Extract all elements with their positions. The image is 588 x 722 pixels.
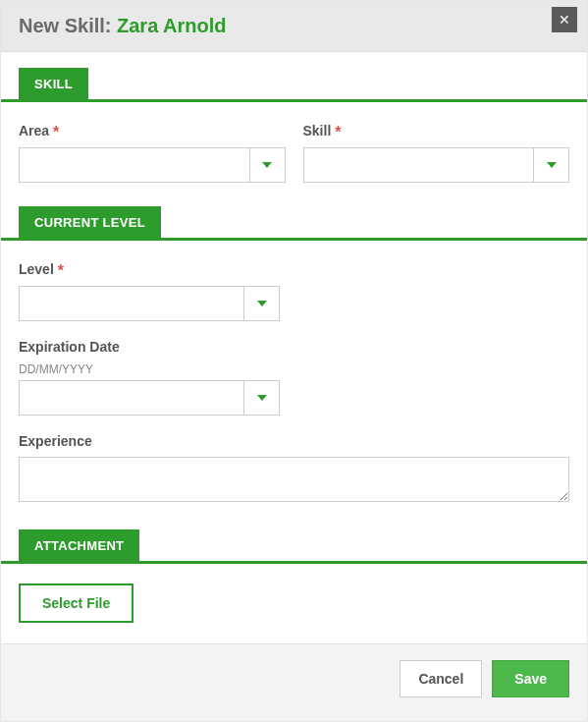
save-button[interactable]: Save [492,660,569,697]
required-marker: * [58,262,64,279]
chevron-down-icon [257,395,267,401]
section-tab-current-level: CURRENT LEVEL [19,206,161,239]
new-skill-modal: New Skill: Zara Arnold ✕ SKILL Area * [0,0,588,722]
required-marker: * [53,124,59,140]
chevron-down-icon [257,301,267,306]
section-tab-skill: SKILL [19,68,88,100]
modal-title: New Skill: Zara Arnold [19,15,227,36]
section-skill-content: Area * Skill * [1,102,587,206]
skill-select[interactable] [303,147,570,183]
section-current-level-content: Level * Expiration Date DD/MM/YYYY [1,241,587,529]
area-select-caret [249,148,285,182]
skill-select-caret [533,148,568,182]
modal-header: New Skill: Zara Arnold ✕ [1,1,587,52]
area-select-value [20,148,249,182]
level-select-value [20,287,243,320]
select-file-button[interactable]: Select File [19,583,134,623]
experience-label: Experience [19,433,569,449]
expiration-date-caret [243,381,279,415]
required-marker: * [335,124,341,140]
level-select[interactable] [19,286,280,321]
area-select[interactable] [19,147,286,183]
skill-select-value [304,148,534,182]
modal-body: SKILL Area * [1,52,587,643]
expiration-hint: DD/MM/YYYY [19,362,569,376]
level-select-caret [243,287,279,320]
area-label: Area * [19,122,286,139]
cancel-button[interactable]: Cancel [400,660,482,697]
expiration-date-value [20,381,243,415]
close-icon: ✕ [559,12,570,28]
chevron-down-icon [547,162,557,168]
title-prefix: New Skill: [19,15,117,36]
experience-textarea[interactable] [19,457,569,502]
expiration-label: Expiration Date [19,339,569,355]
modal-footer: Cancel Save [1,643,587,721]
expiration-date-select[interactable] [19,380,280,416]
section-attachment-content: Select File [1,564,587,643]
chevron-down-icon [262,162,272,168]
section-tab-attachment: ATTACHMENT [19,529,139,562]
skill-label: Skill * [303,122,570,139]
level-label: Level * [19,260,569,278]
title-name: Zara Arnold [117,15,227,36]
close-button[interactable]: ✕ [552,7,577,32]
